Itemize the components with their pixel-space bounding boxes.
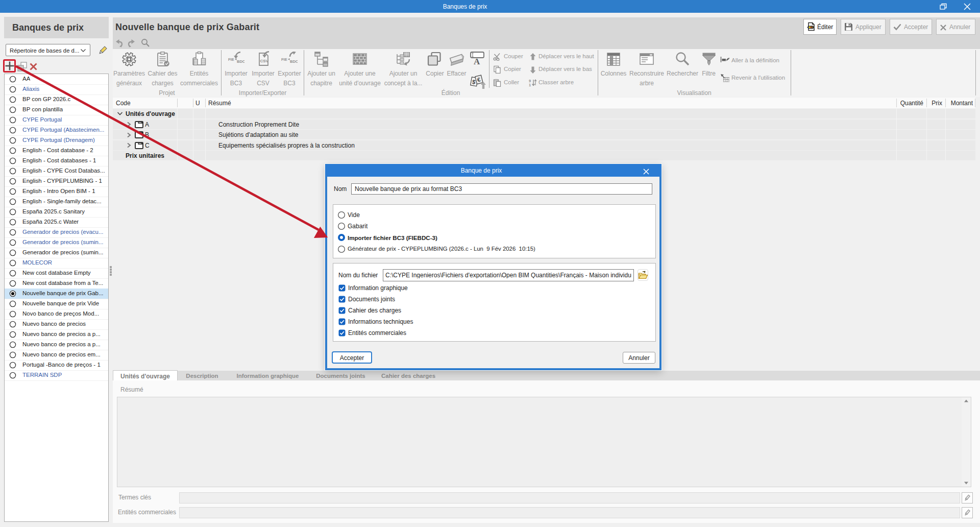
svg-text:FIE: FIE: [228, 57, 234, 62]
svg-text:A: A: [474, 57, 480, 66]
svg-text:FIE: FIE: [281, 57, 287, 62]
svg-text:BDC: BDC: [290, 59, 298, 64]
svg-text:1: 1: [529, 83, 531, 87]
svg-text:CSV: CSV: [260, 59, 268, 63]
svg-text:BDC: BDC: [237, 59, 244, 64]
